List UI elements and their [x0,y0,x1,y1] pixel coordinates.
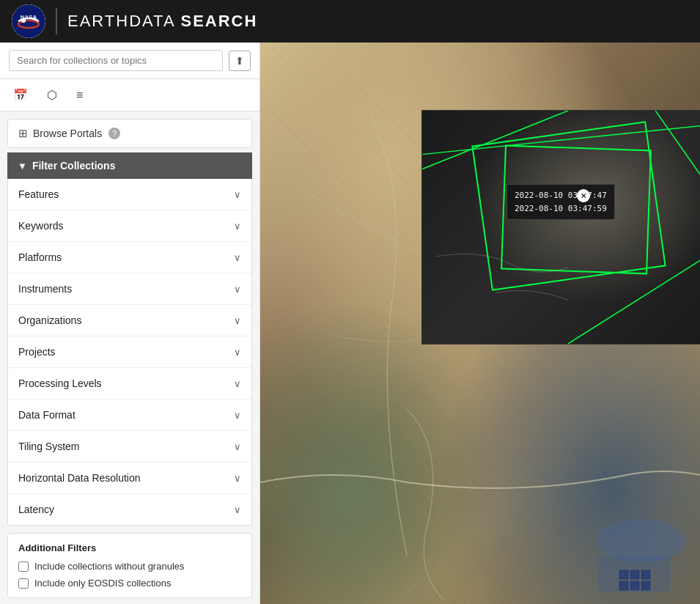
map-area[interactable]: 2022-08-10 03:47:47 2022-08-10 03:47:59 … [260,43,700,604]
spatial-button[interactable]: ⬡ [43,85,62,105]
svg-rect-12 [630,581,639,590]
svg-rect-10 [641,570,650,579]
filter-label-processing-levels: Processing Levels [18,378,102,389]
app-header: NASA EARTHDATA SEARCH [0,0,700,43]
filter-label-features: Features [18,188,59,200]
svg-rect-13 [641,581,650,590]
svg-line-15 [422,111,568,169]
eosdis-only-label: Include only EOSDIS collections [34,578,171,589]
filter-item-features[interactable]: Features ∨ [8,179,251,210]
portals-icon: ⊞ [18,127,28,140]
popup-timestamp2: 2022-08-10 03:47:59 [515,202,607,216]
filter-icon: ▼ [18,161,27,172]
no-granules-label: Include collections without granules [34,561,185,572]
main-layout: ⬆ 📅 ⬡ ≡ ⊞ Browse Portals ? ▼ Fil [0,43,700,604]
upload-button[interactable]: ⬆ [229,51,251,71]
spatial-icon: ⬡ [47,89,57,101]
popup-inner: 2022-08-10 03:47:47 2022-08-10 03:47:59 … [422,111,700,344]
popup-lines-svg [422,111,700,344]
no-granules-checkbox[interactable] [18,561,29,572]
additional-filters-panel: Additional Filters Include collections w… [7,533,252,598]
filter-label-tiling-system: Tiling System [18,441,80,452]
filter-item-tiling-system[interactable]: Tiling System ∨ [8,431,251,463]
header-divider [56,8,57,34]
filter-label-organizations: Organizations [18,314,81,326]
filter-item-keywords[interactable]: Keywords ∨ [8,210,251,242]
popup-close-button[interactable]: ✕ [577,189,590,202]
toolbar: 📅 ⬡ ≡ [0,79,259,111]
filter-label-platforms: Platforms [18,251,62,263]
filter-label-projects: Projects [18,346,56,358]
eosdis-only-checkbox[interactable] [18,578,29,589]
calendar-button[interactable]: 📅 [9,85,32,105]
checkbox-no-granules: Include collections without granules [18,561,241,572]
chevron-down-icon: ∨ [234,221,241,232]
help-icon[interactable]: ? [108,128,120,139]
filter-item-processing-levels[interactable]: Processing Levels ∨ [8,368,251,399]
calendar-icon: 📅 [13,89,28,101]
chevron-down-icon: ∨ [234,315,241,326]
sliders-icon: ≡ [76,89,83,101]
nasa-logo: NASA [12,4,45,38]
svg-point-5 [21,18,26,23]
filter-label-keywords: Keywords [18,220,63,232]
additional-filters-title: Additional Filters [18,542,241,553]
search-bar: ⬆ [0,43,259,79]
browse-portals-bar[interactable]: ⊞ Browse Portals ? [7,119,252,148]
popup-info-box: 2022-08-10 03:47:47 2022-08-10 03:47:59 [506,184,615,220]
checkbox-eosdis-only: Include only EOSDIS collections [18,578,241,589]
filter-item-horizontal-data-resolution[interactable]: Horizontal Data Resolution ∨ [8,463,251,494]
svg-rect-8 [619,570,628,579]
filter-label-instruments: Instruments [18,283,72,295]
chevron-down-icon: ∨ [234,441,241,452]
filter-item-organizations[interactable]: Organizations ∨ [8,305,251,336]
app-title: EARTHDATA SEARCH [67,12,257,31]
filter-item-projects[interactable]: Projects ∨ [8,336,251,368]
filter-header-label: Filter Collections [32,160,116,172]
chevron-down-icon: ∨ [234,504,241,515]
chevron-down-icon: ∨ [234,473,241,484]
filter-list: Features ∨ Keywords ∨ Platforms ∨ Instru… [7,179,252,526]
map-popup[interactable]: 2022-08-10 03:47:47 2022-08-10 03:47:59 … [421,110,700,345]
filter-collections-header: ▼ Filter Collections [7,152,252,179]
svg-rect-9 [630,570,639,579]
browse-portals-label: Browse Portals [33,128,102,139]
upload-icon: ⬆ [235,55,244,67]
svg-line-16 [655,111,700,183]
filter-label-horizontal-data-resolution: Horizontal Data Resolution [18,472,141,484]
svg-line-14 [422,125,700,155]
chevron-down-icon: ∨ [234,284,241,295]
filter-item-latency[interactable]: Latency ∨ [8,494,251,525]
chevron-down-icon: ∨ [234,410,241,421]
chevron-down-icon: ∨ [234,347,241,358]
filter-item-platforms[interactable]: Platforms ∨ [8,242,251,273]
chevron-down-icon: ∨ [234,189,241,200]
svg-rect-11 [619,581,628,590]
search-input[interactable] [9,50,223,71]
map-background: 2022-08-10 03:47:47 2022-08-10 03:47:59 … [260,43,700,604]
left-panel: ⬆ 📅 ⬡ ≡ ⊞ Browse Portals ? ▼ Fil [0,43,260,604]
popup-timestamp1: 2022-08-10 03:47:47 [515,189,607,202]
filter-toggle-button[interactable]: ≡ [72,86,87,105]
chevron-down-icon: ∨ [234,378,241,389]
filter-item-instruments[interactable]: Instruments ∨ [8,273,251,305]
svg-line-17 [568,257,700,344]
filter-label-data-format: Data Format [18,409,75,421]
chevron-down-icon: ∨ [234,252,241,263]
filter-label-latency: Latency [18,504,54,515]
filter-item-data-format[interactable]: Data Format ∨ [8,399,251,431]
